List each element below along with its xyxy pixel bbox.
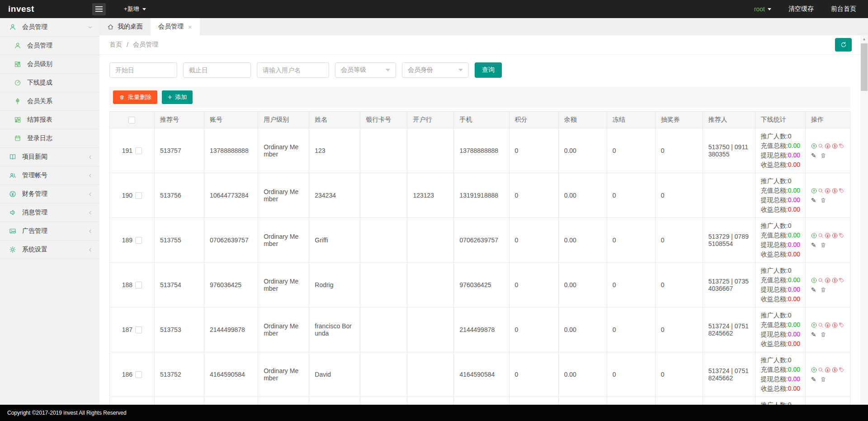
user-menu[interactable]: root xyxy=(754,5,771,13)
trash-icon[interactable] xyxy=(820,376,826,383)
sidebar-subitem-0-3[interactable]: 会员关系 xyxy=(0,92,99,111)
add-new-menu[interactable]: +新增 xyxy=(124,5,146,13)
dollar-circle-icon[interactable] xyxy=(832,322,838,328)
cell-account: 2144499878 xyxy=(204,307,258,352)
sidebar-item-6[interactable]: 系统设置 xyxy=(0,241,99,259)
sidebar-item-label: 项目新闻 xyxy=(22,153,47,161)
yen-circle-icon[interactable] xyxy=(825,322,830,328)
yen-circle-icon[interactable] xyxy=(825,143,830,149)
dollar-circle-icon[interactable] xyxy=(832,232,838,239)
front-home-link[interactable]: 前台首页 xyxy=(831,5,856,13)
cell-tickets: 0 xyxy=(655,218,703,263)
tag-icon[interactable] xyxy=(839,143,844,149)
search-button[interactable]: 查询 xyxy=(475,62,502,78)
scroll-up-icon[interactable]: ▲ xyxy=(860,35,868,43)
up-circle-icon[interactable] xyxy=(811,143,817,149)
dollar-circle-icon[interactable] xyxy=(832,188,838,194)
trash-icon[interactable] xyxy=(820,152,826,159)
edit-icon[interactable]: ✎ xyxy=(811,376,816,383)
dollar-circle-icon[interactable] xyxy=(832,367,838,373)
cell-bank-card xyxy=(360,173,407,218)
tab-1[interactable]: 会员管理× xyxy=(151,18,200,35)
sidebar-subitem-0-2[interactable]: 下线提成 xyxy=(0,74,99,92)
select-all-checkbox[interactable] xyxy=(128,117,135,123)
row-checkbox[interactable] xyxy=(135,282,142,289)
row-checkbox[interactable] xyxy=(135,147,142,154)
row-checkbox[interactable] xyxy=(135,371,142,378)
yen-circle-icon[interactable] xyxy=(825,277,830,284)
refresh-button[interactable] xyxy=(835,38,852,52)
sidebar-item-4[interactable]: 消息管理 xyxy=(0,203,99,222)
up-circle-icon[interactable] xyxy=(811,232,817,239)
cell-bank-card xyxy=(360,397,407,405)
table-row: 191 513757 13788888888 Ordinary Member 1… xyxy=(110,128,850,173)
trash-icon[interactable] xyxy=(820,287,826,293)
scrollbar-thumb[interactable] xyxy=(861,43,868,91)
clear-cache-link[interactable]: 清空缓存 xyxy=(788,5,814,13)
cell-downline-stats: 推广人数:0 充值总额:0.00 提现总额:0.00 收益总额:0.00 xyxy=(755,307,805,352)
sidebar-item-3[interactable]: 财务管理 xyxy=(0,185,99,203)
row-checkbox[interactable] xyxy=(135,192,142,199)
up-circle-icon[interactable] xyxy=(811,367,817,373)
row-checkbox[interactable] xyxy=(135,326,142,333)
tag-icon[interactable] xyxy=(839,232,844,239)
edit-icon[interactable]: ✎ xyxy=(811,287,816,293)
start-date-input[interactable] xyxy=(109,62,177,78)
sidebar-subitem-0-4[interactable]: 结算报表 xyxy=(0,111,99,129)
cell-phone xyxy=(454,397,509,405)
search-icon[interactable] xyxy=(818,277,824,284)
cell-referral-no: 513754 xyxy=(154,263,204,307)
search-icon[interactable] xyxy=(818,367,824,373)
up-circle-icon[interactable] xyxy=(811,188,817,194)
tag-icon[interactable] xyxy=(839,188,844,194)
edit-icon[interactable]: ✎ xyxy=(811,152,816,159)
yen-circle-icon[interactable] xyxy=(825,188,830,194)
tag-icon[interactable] xyxy=(839,367,844,373)
close-icon[interactable]: × xyxy=(188,23,192,31)
breadcrumb-home[interactable]: 首页 xyxy=(109,41,122,49)
tag-icon[interactable] xyxy=(839,277,844,284)
up-circle-icon[interactable] xyxy=(811,322,817,328)
sidebar-item-2[interactable]: 管理帐号 xyxy=(0,166,99,185)
up-circle-icon[interactable] xyxy=(811,277,817,284)
cell-downline-stats: 推广人数:0 充值总额:0.00 提现总额:0.00 收益总额:0.00 xyxy=(755,128,805,173)
gauge-icon xyxy=(14,79,21,86)
topbar: invest +新增 root 清空缓存 前台首页 xyxy=(0,0,868,18)
dollar-circle-icon[interactable] xyxy=(832,277,838,284)
row-checkbox[interactable] xyxy=(135,237,142,244)
trash-icon[interactable] xyxy=(820,197,826,203)
trash-icon[interactable] xyxy=(820,331,826,338)
sidebar-subitem-0-5[interactable]: 登录日志 xyxy=(0,129,99,148)
edit-icon[interactable]: ✎ xyxy=(811,331,816,338)
menu-toggle-icon[interactable] xyxy=(92,3,106,15)
search-icon[interactable] xyxy=(818,232,824,239)
end-date-input[interactable] xyxy=(183,62,251,78)
column-header: 操作 xyxy=(805,112,850,128)
yen-circle-icon[interactable] xyxy=(825,367,830,373)
member-level-select[interactable]: 会员等级 xyxy=(335,62,396,78)
username-input[interactable] xyxy=(257,62,329,78)
member-identity-select[interactable]: 会员身份 xyxy=(402,62,469,78)
filter-bar: 会员等级 会员身份 查询 xyxy=(109,62,850,78)
trash-icon[interactable] xyxy=(820,242,826,248)
yen-circle-icon[interactable] xyxy=(825,232,830,239)
tab-0[interactable]: 我的桌面 xyxy=(99,18,151,35)
dollar-circle-icon[interactable] xyxy=(832,143,838,149)
sidebar-item-1[interactable]: 项目新闻 xyxy=(0,148,99,166)
search-icon[interactable] xyxy=(818,188,824,194)
edit-icon[interactable]: ✎ xyxy=(811,242,816,248)
tag-icon[interactable] xyxy=(839,322,844,328)
edit-icon[interactable]: ✎ xyxy=(811,197,816,203)
sidebar-subitem-0-1[interactable]: 会员级别 xyxy=(0,55,99,74)
vertical-scrollbar[interactable]: ▲ xyxy=(860,35,868,405)
sidebar-subitem-0-0[interactable]: 会员管理 xyxy=(0,37,99,55)
batch-delete-button[interactable]: 批量删除 xyxy=(113,90,157,104)
add-button[interactable]: + 添加 xyxy=(162,90,193,104)
sidebar-item-5[interactable]: 广告管理 xyxy=(0,222,99,241)
search-icon[interactable] xyxy=(818,143,824,149)
cell-id: 190 xyxy=(110,173,155,218)
sidebar-item-label: 管理帐号 xyxy=(22,171,47,180)
search-icon[interactable] xyxy=(818,322,824,328)
sidebar-subitem-label: 会员关系 xyxy=(27,97,52,105)
sidebar-item-0[interactable]: 会员管理 xyxy=(0,18,99,37)
